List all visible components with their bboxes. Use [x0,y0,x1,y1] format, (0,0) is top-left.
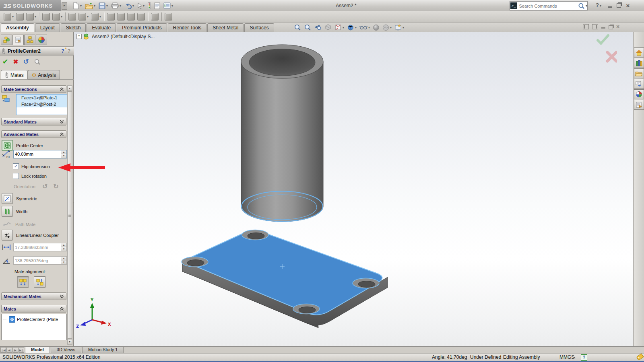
dropdown-caret-icon[interactable]: ▾ [106,4,108,8]
apply-scene-button[interactable]: ▾ [382,24,392,31]
linear-coupler-button[interactable] [2,230,13,241]
undo-button[interactable]: ▾ [123,2,135,10]
hide-show-items-button[interactable]: ▾ [359,24,371,31]
show-hidden-components-button[interactable] [67,12,77,21]
plate-hole[interactable] [182,257,208,267]
units-caret-icon[interactable]: ▲ [573,356,576,359]
display-style-button[interactable]: ▾ [346,23,357,31]
scroll-down-icon[interactable]: ▼ [67,339,72,344]
dropdown-caret-icon[interactable]: ▾ [35,15,36,19]
file-explorer-button[interactable] [634,68,644,78]
new-motion-study-button[interactable] [106,12,116,21]
tab-mates[interactable]: Mates [1,70,28,80]
nav-last-button[interactable]: ▶❘ [19,347,24,353]
panel-scrollbar[interactable]: ▲ ▼ [67,85,72,345]
appearances-scenes-button[interactable] [634,89,644,99]
linear-component-pattern-button[interactable]: ▾ [25,12,37,21]
tab-render-tools[interactable]: Render Tools [168,23,207,32]
dropdown-caret-icon[interactable]: ▾ [80,4,82,8]
detailed-preview-button[interactable] [34,58,41,65]
mate-selections-header[interactable]: Mate Selections [1,85,66,93]
restore-button[interactable] [615,2,622,9]
options-button[interactable]: ▾ [162,2,174,10]
minimize-button[interactable] [606,2,613,9]
nav-prev-button[interactable]: ◀ [6,347,12,353]
dropdown-caret-icon[interactable]: ▾ [94,4,95,8]
dropdown-caret-icon[interactable]: ▾ [132,4,134,8]
search-commands-input[interactable] [518,4,578,8]
cancel-button[interactable]: ✖ [13,58,18,66]
undo-mate-button[interactable]: ↺ [23,58,29,66]
lock-rotation-checkbox[interactable] [13,173,19,179]
search-icon[interactable] [578,2,585,10]
spinner-control[interactable]: ▲▼ [61,257,66,264]
smart-fasteners-button[interactable] [41,12,51,21]
tab-motion-study-1[interactable]: Motion Study 1 [82,347,124,354]
coupler-angle-input[interactable] [14,258,61,263]
mechanical-mates-header[interactable]: Mechanical Mates [1,292,66,300]
document-restore-icon[interactable] [609,25,613,29]
scrollbar-thumb[interactable] [67,91,72,339]
zoom-to-area-button[interactable] [303,23,312,31]
nav-first-button[interactable]: ❘◀ [0,347,6,353]
nav-next-button[interactable]: ▶ [12,347,18,353]
split-pane-left-icon[interactable] [583,24,589,29]
mates-listbox[interactable]: ProfileCenter2 (Plate [1,314,67,340]
solidworks-resources-button[interactable] [634,47,644,58]
standard-mates-header[interactable]: Standard Mates [1,118,66,125]
tab-evaluate[interactable]: Evaluate [87,23,116,32]
dropdown-caret-icon[interactable]: ▾ [61,15,62,19]
previous-view-button[interactable] [313,23,322,31]
view-palette-button[interactable] [634,79,644,89]
rotate-cw-icon[interactable]: ↻ [53,183,58,190]
symmetric-button[interactable] [2,193,13,204]
new-document-button[interactable]: ▾ [72,1,83,10]
menu-expand-icon[interactable]: ▸ [62,2,67,10]
help-whats-new-icon[interactable]: ? [61,48,64,54]
tab-property-manager[interactable] [12,35,24,45]
profile-distance-input[interactable] [14,152,61,156]
scroll-up-icon[interactable]: ▲ [67,86,72,91]
close-button[interactable]: × [624,2,632,9]
split-pane-right-icon[interactable] [592,24,598,29]
insert-components-button[interactable]: ▾ [2,12,15,21]
dropdown-caret-icon[interactable]: ▾ [120,4,121,8]
model-canvas[interactable]: Y X Z [74,32,633,346]
width-button[interactable] [2,206,13,217]
mates-list-header[interactable]: Mates [1,305,66,313]
tab-assembly[interactable]: Assembly [1,23,34,32]
units-selector[interactable]: MMGS [559,354,574,360]
plate-hole[interactable] [353,278,379,288]
save-button[interactable]: ▾ [97,2,109,10]
mate-tree-item[interactable]: ProfileCenter2 (Plate [2,316,66,323]
document-minimize-icon[interactable] [601,27,605,29]
rebuild-button[interactable] [147,2,152,10]
mate-button[interactable] [15,12,25,21]
anti-aligned-button[interactable] [34,276,46,288]
tab-3d-views[interactable]: 3D Views [51,347,81,354]
tab-display-manager[interactable] [36,35,47,45]
selection-item[interactable]: Face<2>@Post-2 [17,101,68,107]
flip-dimension-checkbox[interactable]: ✓ [13,163,19,169]
aligned-button[interactable] [17,276,29,288]
profile-center-button[interactable] [2,140,13,151]
dropdown-caret-icon[interactable]: ▾ [390,26,392,29]
tab-sheet-metal[interactable]: Sheet Metal [207,23,244,32]
dropdown-caret-icon[interactable]: ▾ [355,26,357,29]
rotate-ccw-icon[interactable]: ↺ [42,183,47,190]
spinner-control[interactable]: ▲▼ [61,243,66,251]
view-orientation-button[interactable]: ▾ [334,23,345,31]
view-settings-button[interactable]: ▾ [394,24,405,31]
advanced-mates-header[interactable]: Advanced Mates [1,130,66,138]
graphics-area[interactable]: + Assem2 (Default<Display S... [74,32,633,346]
spinner-control[interactable]: ▲▼ [61,150,66,158]
ok-button[interactable]: ✔ [2,58,8,66]
move-component-button[interactable]: ▾ [51,12,64,21]
explode-line-sketch-button[interactable] [136,12,146,21]
exploded-view-button[interactable] [126,12,136,21]
zoom-to-fit-button[interactable] [293,23,302,31]
plate-hole[interactable] [242,230,268,240]
dropdown-caret-icon[interactable]: ▾ [12,15,14,19]
interference-detection-button[interactable] [150,12,160,21]
tab-model[interactable]: Model [25,347,50,354]
